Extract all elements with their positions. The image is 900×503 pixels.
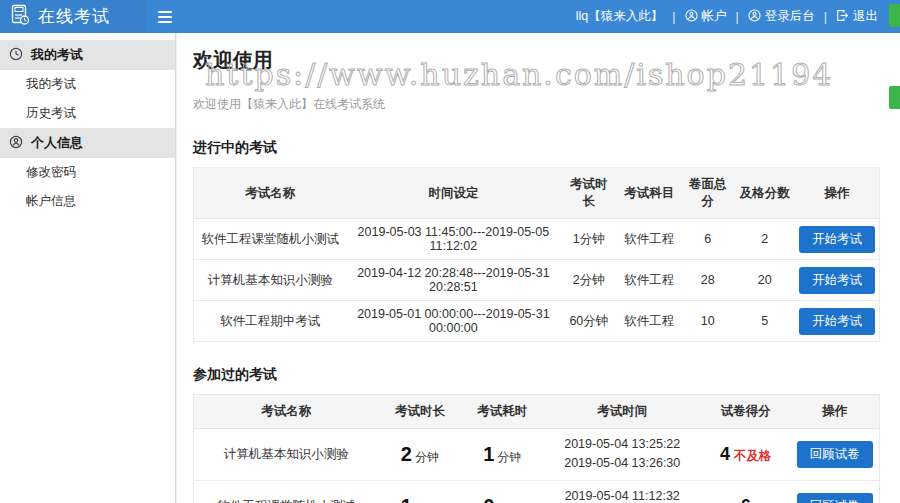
exam-score: 6 <box>701 480 790 503</box>
used-unit: 分钟 <box>497 450 521 464</box>
exam-subject: 软件工程 <box>617 219 681 260</box>
exam-time: 2019-05-04 11:12:32 2019-05-04 11:13:31 <box>543 480 701 503</box>
col-subject: 考试科目 <box>617 168 681 219</box>
nav-logout[interactable]: 退出 <box>836 8 878 25</box>
past-exams-table: 考试名称 考试时长 考试耗时 考试时间 试卷得分 操作 计算机基本知识小测验 2… <box>193 394 880 503</box>
sidebar-section-personal-info[interactable]: 个人信息 <box>0 128 175 158</box>
nav-divider: | <box>824 10 827 24</box>
table-row: 软件工程期中考试 2019-05-01 00:00:00---2019-05-3… <box>194 301 880 342</box>
table-header-row: 考试名称 考试时长 考试耗时 考试时间 试卷得分 操作 <box>194 395 880 429</box>
exam-time-range: 2019-05-03 11:45:00---2019-05-05 11:12:0… <box>346 219 560 260</box>
exam-total: 6 <box>681 219 735 260</box>
exam-duration: 2分钟 <box>379 429 461 481</box>
sidebar-toggle-hamburger-icon[interactable] <box>150 0 180 33</box>
page-title: 欢迎使用 <box>193 47 880 74</box>
user-circle-icon <box>685 9 698 25</box>
nav-admin-login[interactable]: 登录后台 <box>748 8 815 25</box>
fail-badge: 不及格 <box>734 449 772 463</box>
review-exam-button[interactable]: 回顾试卷 <box>797 441 873 468</box>
table-row: 软件工程课堂随机小测试 2019-05-03 11:45:00---2019-0… <box>194 219 880 260</box>
used-number: 1 <box>483 443 494 465</box>
exam-time-used: 1分钟 <box>461 429 543 481</box>
table-row: 计算机基本知识小测验 2分钟 1分钟 2019-05-04 13:25:22 2… <box>194 429 880 481</box>
exam-pass: 5 <box>735 301 795 342</box>
col-score: 试卷得分 <box>701 395 790 429</box>
ongoing-exams-table: 考试名称 时间设定 考试时长 考试科目 卷面总分 及格分数 操作 软件工程课堂随… <box>193 167 880 342</box>
exam-start-time: 2019-05-04 11:12:32 <box>547 487 697 503</box>
user-circle-icon <box>9 135 23 152</box>
user-circle-icon <box>748 9 761 25</box>
sidebar-section-my-exams[interactable]: 我的考试 <box>0 40 175 70</box>
exam-duration: 1分钟 <box>379 480 461 503</box>
exam-total: 10 <box>681 301 735 342</box>
col-duration: 考试时长 <box>560 168 617 219</box>
exam-time-used: 0分钟 <box>461 480 543 503</box>
col-time-used: 考试耗时 <box>461 395 543 429</box>
exam-name: 软件工程课堂随机小测试 <box>194 480 379 503</box>
app-title: 在线考试 <box>38 5 110 28</box>
start-exam-button[interactable]: 开始考试 <box>799 308 875 335</box>
exam-end-time: 2019-05-04 13:26:30 <box>547 454 697 473</box>
start-exam-button[interactable]: 开始考试 <box>799 226 875 253</box>
exam-duration: 2分钟 <box>560 260 617 301</box>
score-number: 6 <box>741 496 751 503</box>
sidebar-section-title: 我的考试 <box>31 46 83 64</box>
col-exam-name: 考试名称 <box>194 168 347 219</box>
sidebar-section-title: 个人信息 <box>31 134 83 152</box>
exam-total: 28 <box>681 260 735 301</box>
score-number: 4 <box>720 444 730 464</box>
review-exam-button[interactable]: 回顾试卷 <box>797 493 873 503</box>
table-header-row: 考试名称 时间设定 考试时长 考试科目 卷面总分 及格分数 操作 <box>194 168 880 219</box>
exam-name: 计算机基本知识小测验 <box>194 260 347 301</box>
exam-sheet-clock-icon <box>9 4 31 29</box>
ongoing-exams-title: 进行中的考试 <box>193 139 880 157</box>
exam-time-range: 2019-05-01 00:00:00---2019-05-31 00:00:0… <box>346 301 560 342</box>
logout-icon <box>836 9 849 25</box>
nav-account-label: 帐户 <box>702 8 727 25</box>
nav-account[interactable]: 帐户 <box>685 8 727 25</box>
col-total-score: 卷面总分 <box>681 168 735 219</box>
col-duration: 考试时长 <box>379 395 461 429</box>
sidebar-item-history-exams[interactable]: 历史考试 <box>0 99 175 128</box>
duration-number: 2 <box>401 443 412 465</box>
exam-start-time: 2019-05-04 13:25:22 <box>547 435 697 454</box>
sidebar: 我的考试 我的考试 历史考试 个人信息 修改密码 帐户信息 <box>0 33 176 503</box>
duration-number: 1 <box>401 495 412 503</box>
exam-pass: 20 <box>735 260 795 301</box>
clock-icon <box>9 47 23 64</box>
nav-divider: | <box>672 10 675 24</box>
username-link[interactable]: llq【猿来入此】 <box>576 8 664 25</box>
col-time-range: 时间设定 <box>346 168 560 219</box>
exam-time: 2019-05-04 13:25:22 2019-05-04 13:26:30 <box>543 429 701 481</box>
sidebar-item-change-password[interactable]: 修改密码 <box>0 158 175 187</box>
brand-logo-box[interactable]: 在线考试 <box>0 0 146 33</box>
col-exam-name: 考试名称 <box>194 395 379 429</box>
page-subtitle: 欢迎使用【猿来入此】在线考试系统 <box>193 96 880 113</box>
past-exams-title: 参加过的考试 <box>193 366 880 384</box>
main-content: https://www.huzhan.com/ishop21194 欢迎使用 欢… <box>177 33 900 503</box>
floating-service-widget[interactable] <box>889 4 900 27</box>
col-pass-score: 及格分数 <box>735 168 795 219</box>
exam-subject: 软件工程 <box>617 301 681 342</box>
col-exam-time: 考试时间 <box>543 395 701 429</box>
duration-unit: 分钟 <box>415 450 439 464</box>
sidebar-item-account-info[interactable]: 帐户信息 <box>0 187 175 216</box>
exam-duration: 1分钟 <box>560 219 617 260</box>
used-number: 0 <box>483 495 494 503</box>
floating-service-widget[interactable] <box>889 86 900 109</box>
exam-subject: 软件工程 <box>617 260 681 301</box>
exam-name: 软件工程课堂随机小测试 <box>194 219 347 260</box>
table-row: 计算机基本知识小测验 2019-04-12 20:28:48---2019-05… <box>194 260 880 301</box>
exam-pass: 2 <box>735 219 795 260</box>
start-exam-button[interactable]: 开始考试 <box>799 267 875 294</box>
exam-name: 计算机基本知识小测验 <box>194 429 379 481</box>
exam-score: 4不及格 <box>701 429 790 481</box>
nav-admin-login-label: 登录后台 <box>765 8 815 25</box>
sidebar-item-my-exams[interactable]: 我的考试 <box>0 70 175 99</box>
topbar-right-nav: llq【猿来入此】 | 帐户 | 登录后台 | <box>576 8 900 25</box>
col-actions: 操作 <box>790 395 879 429</box>
exam-name: 软件工程期中考试 <box>194 301 347 342</box>
nav-divider: | <box>736 10 739 24</box>
top-navbar: 在线考试 llq【猿来入此】 | 帐户 | <box>0 0 900 33</box>
nav-logout-label: 退出 <box>853 8 878 25</box>
